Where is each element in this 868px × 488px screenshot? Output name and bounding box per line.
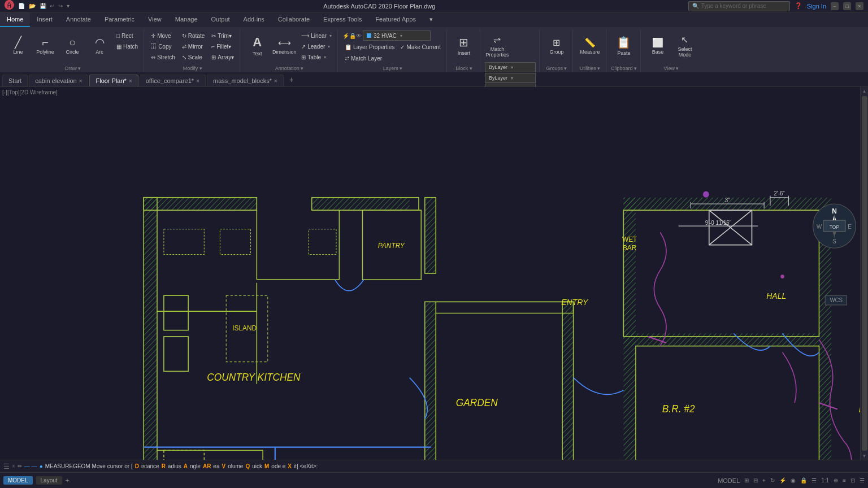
clipboard-content: 📋 Paste — [611, 29, 636, 66]
dimension-btn[interactable]: ⟷ Dimension — [272, 30, 297, 61]
linear-btn[interactable]: ⟶Linear▾ — [299, 30, 334, 41]
tab-floorplan[interactable]: Floor Plan* × — [89, 75, 138, 86]
ortho-icon[interactable]: ⌖ — [762, 477, 766, 484]
tab-more[interactable]: ▾ — [423, 12, 440, 27]
scroll-up-btn[interactable]: ▲ — [861, 87, 869, 95]
svg-text:3": 3" — [725, 197, 730, 203]
layout-tab[interactable]: Layout — [36, 476, 62, 485]
color-dropdown[interactable]: ByLayer ▾ — [485, 62, 536, 72]
stretch-btn[interactable]: ⇔Stretch — [149, 52, 177, 62]
model-tab[interactable]: MODEL — [3, 476, 33, 485]
leader-btn[interactable]: ↗Leader▾ — [299, 41, 334, 51]
office-close[interactable]: × — [196, 78, 199, 84]
mass-close[interactable]: × — [274, 78, 277, 84]
layer-dropdown[interactable]: 32 HVAC ▾ — [363, 30, 431, 41]
zoom-in-btn[interactable]: ⊕ — [834, 477, 838, 483]
match-layer-btn[interactable]: ⇌Match Layer — [342, 53, 384, 63]
tab-output[interactable]: Output — [205, 12, 237, 27]
move-btn[interactable]: ✛Move — [149, 30, 177, 41]
circle-label: Circle — [66, 49, 79, 55]
tab-manage[interactable]: Manage — [168, 12, 205, 27]
draw-circle-btn[interactable]: ○ Circle — [60, 30, 85, 61]
floorplan-close[interactable]: × — [129, 78, 132, 84]
group-groups: ⊞ Group Groups ▾ — [541, 29, 573, 72]
draw-rect-btn[interactable]: □Rect — [114, 30, 140, 41]
draw-polyline-btn[interactable]: ⌐ Polyline — [33, 30, 58, 61]
tab-cabin[interactable]: cabin elevation × — [29, 75, 88, 86]
snap-icon[interactable]: ⊟ — [753, 477, 758, 483]
linetype-dropdown[interactable]: ByLayer ▾ — [485, 73, 536, 83]
svg-rect-15 — [623, 333, 636, 460]
paste-btn[interactable]: 📋 Paste — [611, 30, 636, 61]
undo-icon[interactable]: ↩ — [49, 3, 55, 9]
tab-annotate[interactable]: Annotate — [59, 12, 98, 27]
array-btn[interactable]: ⊞Array▾ — [209, 52, 236, 62]
osnap-icon[interactable]: ⚡ — [779, 477, 786, 483]
group-block: ⊞ Insert Block ▾ — [448, 29, 480, 72]
copy-btn[interactable]: ⿰Copy — [149, 41, 177, 51]
text-btn[interactable]: A Text — [245, 30, 270, 61]
sign-in-btn[interactable]: Sign In — [807, 3, 826, 10]
save-icon[interactable]: 💾 — [38, 3, 47, 9]
mirror-btn[interactable]: ⇌Mirror — [180, 41, 207, 51]
base-btn[interactable]: ⬜ Base — [645, 30, 670, 61]
redo-icon[interactable]: ↪ — [57, 3, 64, 9]
maximize-btn[interactable]: □ — [843, 2, 851, 10]
tab-office[interactable]: office_compare1* × — [140, 75, 206, 86]
anno-scale-icon[interactable]: ≡ — [843, 477, 846, 483]
svg-rect-8 — [425, 198, 436, 273]
group-btn[interactable]: ⊞ Group — [544, 30, 569, 61]
qa-dropdown[interactable]: ▾ — [66, 3, 71, 9]
new-icon[interactable]: 📄 — [17, 3, 26, 9]
measure-btn[interactable]: 📏 Measure — [578, 30, 602, 61]
minimize-btn[interactable]: − — [831, 2, 839, 10]
tab-mass[interactable]: mass_model_blocks* × — [207, 75, 284, 86]
rotate-btn[interactable]: ↻Rotate — [180, 30, 207, 41]
tab-home[interactable]: Home — [0, 12, 30, 27]
canvas-area[interactable]: [-][Top][2D Wireframe] — [0, 87, 868, 460]
fillet-btn[interactable]: ⌐Fillet▾ — [209, 41, 236, 51]
close-btn[interactable]: × — [856, 2, 863, 10]
scroll-thumb[interactable] — [862, 96, 867, 451]
tab-featured[interactable]: Featured Apps — [368, 12, 423, 27]
draw-arc-btn[interactable]: ◠ Arc — [87, 30, 112, 61]
otrack-icon[interactable]: ◉ — [791, 477, 796, 483]
trim-btn[interactable]: ✂Trim▾ — [209, 30, 236, 41]
add-layout-btn[interactable]: + — [66, 477, 70, 485]
insert-btn[interactable]: ⊞ Insert — [452, 30, 476, 61]
base-label: Base — [652, 49, 664, 55]
tab-addins[interactable]: Add-ins — [237, 12, 271, 27]
search-bar[interactable]: 🔍 Type a keyword or phrase — [688, 1, 790, 11]
cabin-close[interactable]: × — [79, 78, 83, 84]
help-icon[interactable]: ❓ — [795, 2, 802, 10]
draw-line-btn[interactable]: ╱ Line — [6, 30, 31, 61]
add-tab-btn[interactable]: + — [285, 73, 298, 86]
search-icon: 🔍 — [692, 3, 699, 9]
scale-btn[interactable]: ⤡Scale — [180, 52, 207, 62]
layer-properties-btn[interactable]: 📋Layer Properties — [342, 42, 397, 52]
grid-icon[interactable]: ⊞ — [744, 477, 749, 483]
tab-parametric[interactable]: Parametric — [98, 12, 141, 27]
table-btn[interactable]: ⊞Table▾ — [299, 52, 334, 62]
model-icon[interactable]: MODEL — [718, 477, 740, 484]
open-icon[interactable]: 📂 — [28, 3, 37, 9]
match-properties-btn[interactable]: ⇌ Match Properties — [485, 30, 510, 61]
tab-start[interactable]: Start — [2, 75, 28, 86]
make-current-btn[interactable]: ✓Make Current — [398, 42, 443, 52]
select-mode-btn[interactable]: ↖ Select Mode — [672, 30, 697, 61]
scroll-down-btn[interactable]: ▼ — [861, 452, 869, 460]
tab-view[interactable]: View — [141, 12, 168, 27]
tab-insert[interactable]: Insert — [30, 12, 59, 27]
draw-hatch-btn[interactable]: ▦Hatch — [114, 41, 140, 51]
group-view: ⬜ Base ↖ Select Mode View ▾ — [642, 29, 701, 72]
layer-icons: ⚡🔒👁 — [342, 33, 362, 39]
tab-express[interactable]: Express Tools — [316, 12, 368, 27]
lineweight-icon[interactable]: ☰ — [811, 477, 817, 483]
tab-collaborate[interactable]: Collaborate — [271, 12, 316, 27]
polar-icon[interactable]: ↻ — [770, 477, 775, 483]
ducs-icon[interactable]: 🔒 — [800, 477, 807, 483]
cmd-menu-icon[interactable]: ☰ — [3, 463, 10, 470]
ui-icon[interactable]: ☰ — [860, 477, 865, 483]
cmd-close-btn[interactable]: × — [12, 463, 15, 469]
ws-icon[interactable]: ⊡ — [850, 477, 855, 483]
